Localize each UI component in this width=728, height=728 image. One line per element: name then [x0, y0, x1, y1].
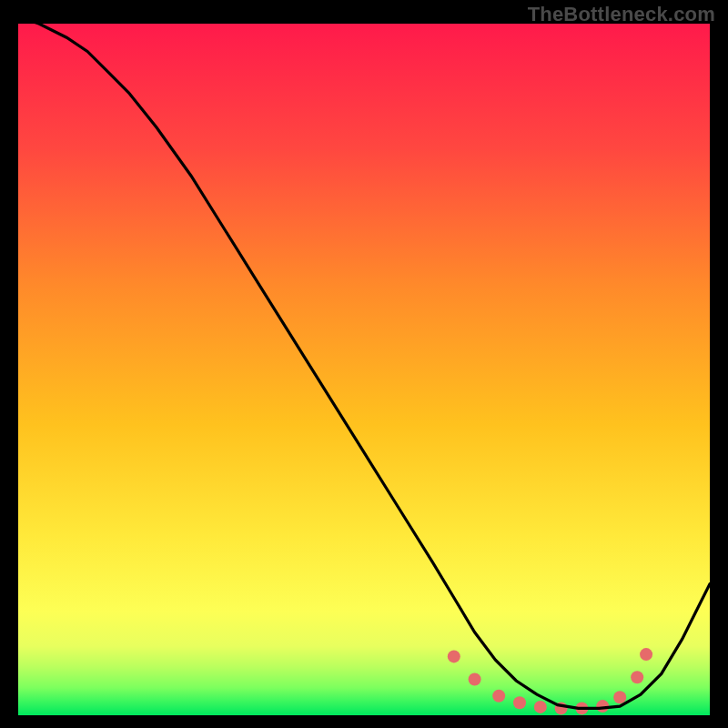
highlight-dot: [513, 696, 526, 709]
highlight-dot: [448, 650, 460, 662]
highlight-dot: [492, 690, 505, 703]
highlight-dot: [469, 672, 481, 685]
chart-svg: [18, 24, 710, 715]
highlight-dot: [640, 648, 652, 661]
chart-frame: TheBottleneck.com: [0, 0, 728, 728]
plot-area: [18, 24, 710, 715]
highlight-dot: [613, 691, 626, 703]
highlight-dot: [534, 701, 547, 713]
gradient-background: [18, 24, 710, 715]
highlight-dot: [631, 671, 643, 683]
